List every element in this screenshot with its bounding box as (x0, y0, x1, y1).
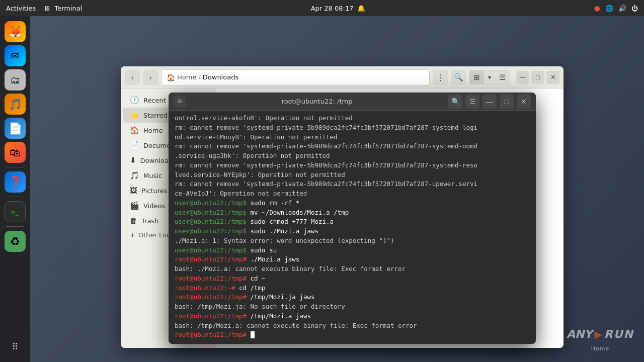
term-prompt-span: user@ubuntu22:/tmp$ (175, 227, 247, 235)
fm-path-current: Downloads (203, 73, 238, 81)
terminal-window: ⊞ root@ubuntu22: /tmp 🔍 ☰ — □ ✕ ontrol.s… (169, 93, 536, 344)
volume-icon[interactable]: 🔊 (618, 5, 626, 12)
term-prompt-span: user@ubuntu22:/tmp$ (175, 218, 247, 225)
fm-path-home[interactable]: Home (177, 73, 196, 81)
sidebar-label-home: Home (143, 127, 163, 134)
term-cmd-span: sudo rm -rf * (247, 199, 299, 207)
term-maximize-button[interactable]: □ (500, 95, 514, 109)
dock-separator-2 (6, 197, 24, 197)
dock-item-appstore[interactable]: 🛍 (5, 142, 26, 163)
watermark-any: ANY (567, 328, 592, 340)
terminal-line: user@ubuntu22:/tmp$ sudo su (175, 246, 530, 255)
system-bar-left: Activities 🖥 Terminal (6, 5, 82, 12)
fm-view-chevron-button[interactable]: ▾ (484, 71, 495, 84)
sidebar-label-pictures: Pictures (141, 187, 167, 195)
sidebar-label-recent: Recent (143, 97, 166, 104)
term-cmd-span: mv ~/Downloads/Mozi.a /tmp (247, 209, 349, 216)
dock-item-files[interactable]: 🗂 (5, 69, 26, 90)
terminal-line: root@ubuntu22:/tmp# ./Mozi.a jaws (175, 255, 530, 264)
terminal-line: bash: /tmp/Mozi.a: cannot execute binary… (175, 321, 530, 331)
term-root-cmd: ./Mozi.a jaws (247, 255, 299, 263)
pictures-icon: 🖼 (130, 186, 137, 195)
term-prompt-span: user@ubuntu22:/tmp$ (175, 199, 247, 207)
documents-icon: 📄 (130, 141, 139, 150)
term-cmd-span: sudo chmod +777 Mozi.a (247, 218, 334, 225)
downloads-icon: ⬇ (130, 156, 136, 165)
fm-view-list-button[interactable]: ☰ (495, 71, 510, 84)
system-bar-center: Apr 28 08:17 🔔 (311, 5, 366, 12)
term-controls: 🔍 ☰ — □ ✕ (448, 95, 531, 109)
record-icon: ● (594, 4, 600, 12)
terminal-label[interactable]: 🖥 Terminal (44, 5, 82, 12)
terminal-line: ontrol.service-akofnR': Operation not pe… (175, 114, 530, 123)
recent-icon: 🕐 (130, 96, 139, 105)
videos-icon: 🎬 (130, 201, 139, 210)
terminal-line: bash: /tmp/Mozi.ja: No such file or dire… (175, 302, 530, 312)
terminal-line: rm: cannot remove 'systemd-private-5b989… (175, 161, 530, 180)
trash-icon: 🗑 (130, 216, 137, 225)
watermark-run: RUN (604, 328, 634, 340)
fm-forward-button[interactable]: › (143, 70, 158, 85)
dock-item-terminal[interactable]: >_ (5, 201, 26, 222)
dock-separator (6, 167, 24, 167)
terminal-line: root@ubuntu22:~# cd /tmp (175, 284, 530, 293)
fm-minimize-button[interactable]: — (516, 71, 529, 84)
term-root-cmd: /tmp/Mozi.ja jaws (247, 293, 314, 301)
term-prompt-span: user@ubuntu22:/tmp$ (175, 246, 247, 254)
sidebar-label-starred: Starred (143, 112, 168, 119)
fm-view-grid-button[interactable]: ⊞ (469, 71, 484, 84)
dock-item-recycle[interactable]: ♻ (5, 231, 26, 252)
fm-search-button[interactable]: 🔍 (451, 70, 466, 85)
term-root-prompt: root@ubuntu22:/tmp# (175, 255, 247, 263)
bell-icon[interactable]: 🔔 (357, 5, 365, 12)
watermark-arrow: ▶ (594, 328, 602, 340)
home-path-icon: 🏠 (167, 73, 175, 81)
power-icon[interactable]: ⏻ (631, 5, 638, 12)
fm-options-button[interactable]: ⋮ (433, 70, 448, 85)
home-icon: 🏠 (130, 126, 139, 135)
network-icon[interactable]: 🌐 (605, 5, 613, 12)
terminal-line: root@ubuntu22:/tmp# cd ~ (175, 274, 530, 284)
term-title: root@ubuntu22: /tmp (190, 98, 444, 105)
term-menu-button[interactable]: ☰ (465, 95, 479, 109)
system-bar-right: ● 🌐 🔊 ⏻ (594, 4, 638, 12)
dock-item-firefox[interactable]: 🦊 (5, 21, 26, 42)
activities-label[interactable]: Activities (6, 5, 36, 12)
term-body[interactable]: ontrol.service-akofnR': Operation not pe… (169, 111, 536, 344)
terminal-line: user@ubuntu22:/tmp$ sudo chmod +777 Mozi… (175, 217, 530, 227)
plus-icon: + (130, 231, 135, 239)
term-root-cmd: /tmp/Mozi.a jaws (247, 312, 311, 320)
terminal-line: rm: cannot remove 'systemd-private-5b989… (175, 123, 530, 142)
dock-item-apps[interactable]: ⠿ (5, 336, 26, 357)
dock-item-thunderbird[interactable]: ✉ (5, 45, 26, 66)
sidebar-label-videos: Videos (143, 202, 165, 210)
dock-item-help[interactable]: ❓ (5, 171, 26, 193)
terminal-line: root@ubuntu22:/tmp# (175, 330, 530, 340)
dock: 🦊 ✉ 🗂 🎵 📄 🛍 ❓ >_ ♻ ⠿ (0, 16, 30, 362)
term-close-button[interactable]: ✕ (517, 95, 531, 109)
dock-item-writer[interactable]: 📄 (5, 118, 26, 139)
system-bar: Activities 🖥 Terminal Apr 28 08:17 🔔 ● 🌐… (0, 0, 644, 16)
term-root-last-prompt: root@ubuntu22:/tmp# (175, 331, 247, 338)
desktop: 🦊 ✉ 🗂 🎵 📄 🛍 ❓ >_ ♻ ⠿ ‹ › 🏠 Home (0, 16, 644, 362)
term-titlebar: ⊞ root@ubuntu22: /tmp 🔍 ☰ — □ ✕ (169, 93, 536, 111)
term-cmd-span: sudo ./Mozi.a jaws (247, 227, 318, 235)
fm-path-separator: / (198, 73, 200, 81)
dock-item-rhythmbox[interactable]: 🎵 (5, 94, 26, 115)
fm-maximize-button[interactable]: □ (531, 71, 544, 84)
watermark-home-label: Home (591, 345, 609, 352)
anyrun-watermark: ANY ▶ RUN Home (567, 328, 634, 352)
starred-icon: ⭐ (130, 111, 139, 120)
fm-back-button[interactable]: ‹ (125, 70, 140, 85)
terminal-line: root@ubuntu22:/tmp# /tmp/Mozi.ja jaws (175, 293, 530, 302)
term-minimize-button[interactable]: — (482, 95, 497, 109)
music-icon: 🎵 (130, 171, 139, 180)
fm-path-bar: 🏠 Home / Downloads (161, 69, 430, 85)
terminal-line: user@ubuntu22:/tmp$ sudo rm -rf * (175, 199, 530, 208)
terminal-line: rm: cannot remove 'systemd-private-5b989… (175, 142, 530, 161)
fm-close-button[interactable]: ✕ (546, 71, 559, 84)
term-search-button[interactable]: 🔍 (448, 95, 462, 109)
term-root-cmd: cd /tmp (235, 284, 265, 292)
sidebar-label-music: Music (143, 172, 162, 179)
term-app-icon: ⊞ (174, 96, 186, 108)
